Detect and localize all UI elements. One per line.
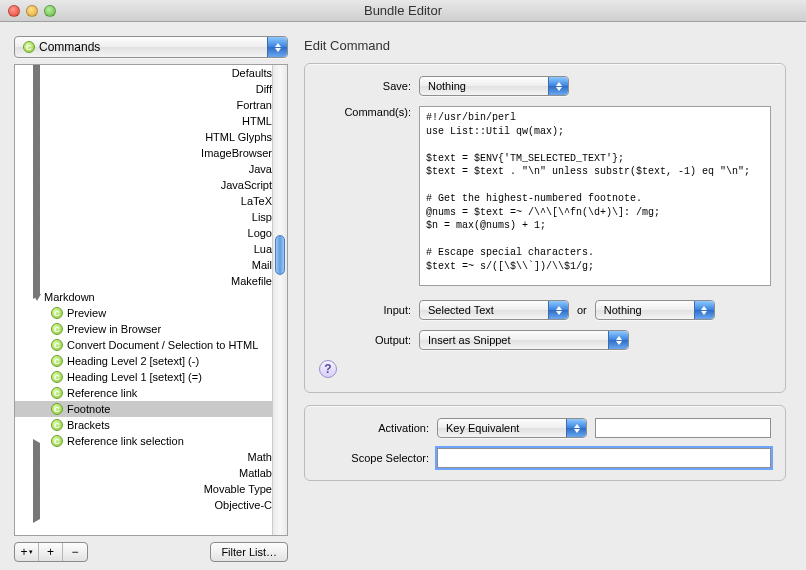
tree-item-label: Preview — [67, 307, 106, 319]
window-titlebar: Bundle Editor — [0, 0, 806, 22]
command-bead-icon: C — [51, 371, 63, 383]
or-label: or — [577, 304, 587, 316]
right-panel: Edit Command Save: Nothing Command(s): #… — [288, 22, 806, 570]
tree-item-label: Preview in Browser — [67, 323, 161, 335]
output-select[interactable]: Insert as Snippet — [419, 330, 629, 350]
command-bead-icon: C — [51, 323, 63, 335]
tree-item-label: Brackets — [67, 419, 110, 431]
tree-item[interactable]: CHeading Level 2 [setext] (-) — [15, 353, 272, 369]
command-bead-icon: C — [51, 419, 63, 431]
dropdown-arrows-icon — [267, 37, 287, 57]
command-bead-icon: C — [51, 387, 63, 399]
tree-folder-label: Lua — [254, 243, 272, 255]
input-fallback-select[interactable]: Nothing — [595, 300, 715, 320]
tree-item-label: Heading Level 2 [setext] (-) — [67, 355, 199, 367]
tree-item[interactable]: CReference link — [15, 385, 272, 401]
bundle-type-select-label: Commands — [39, 40, 100, 54]
tree-item-label: Convert Document / Selection to HTML — [67, 339, 258, 351]
tree-folder-label: Mail — [252, 259, 272, 271]
scope-selector-input[interactable] — [437, 448, 771, 468]
command-textarea[interactable]: #!/usr/bin/perl use List::Util qw(max); … — [419, 106, 771, 286]
tree-folder-label: HTML — [242, 115, 272, 127]
tree-folder-label: Makefile — [231, 275, 272, 287]
scrollbar-thumb[interactable] — [275, 235, 285, 275]
remove-button[interactable]: − — [63, 543, 87, 561]
add-menu-button[interactable]: +▾ — [15, 543, 39, 561]
add-remove-segment: +▾ + − — [14, 542, 88, 562]
dropdown-arrows-icon — [608, 331, 628, 349]
scope-selector-label: Scope Selector: — [319, 452, 429, 464]
output-label: Output: — [319, 334, 411, 346]
tree-folder-label: Java — [249, 163, 272, 175]
command-bead-icon: C — [51, 307, 63, 319]
activation-select[interactable]: Key Equivalent — [437, 418, 587, 438]
tree-folder-label: Math — [248, 451, 272, 463]
tree-folder[interactable]: Objective-C — [15, 497, 272, 513]
add-button[interactable]: + — [39, 543, 63, 561]
command-bead-icon: C — [23, 41, 35, 53]
tree-item[interactable]: CBrackets — [15, 417, 272, 433]
command-bead-icon: C — [51, 403, 63, 415]
filter-list-button[interactable]: Filter List… — [210, 542, 288, 562]
tree-folder-label: Diff — [256, 83, 272, 95]
tree-folder-label: HTML Glyphs — [205, 131, 272, 143]
command-bead-icon: C — [51, 355, 63, 367]
dropdown-arrows-icon — [566, 419, 586, 437]
tree-item[interactable]: CPreview in Browser — [15, 321, 272, 337]
edit-command-header: Edit Command — [304, 38, 786, 53]
tree-folder-label: Objective-C — [215, 499, 272, 511]
window-title: Bundle Editor — [0, 3, 806, 18]
save-label: Save: — [319, 80, 411, 92]
bundle-type-select[interactable]: C Commands — [14, 36, 288, 58]
tree-scrollbar[interactable] — [272, 65, 287, 535]
tree-item[interactable]: CPreview — [15, 305, 272, 321]
commands-label: Command(s): — [319, 106, 411, 118]
tree-folder-label: Logo — [248, 227, 272, 239]
tree-item[interactable]: CConvert Document / Selection to HTML — [15, 337, 272, 353]
activation-key-input[interactable] — [595, 418, 771, 438]
dropdown-arrows-icon — [548, 77, 568, 95]
tree-folder-label: Matlab — [239, 467, 272, 479]
input-select[interactable]: Selected Text — [419, 300, 569, 320]
tree-folder-label: Fortran — [237, 99, 272, 111]
disclosure-triangle-icon[interactable] — [33, 487, 212, 523]
tree-item-label: Reference link — [67, 387, 137, 399]
left-panel: C Commands DefaultsDiffFortranHTMLHTML G… — [0, 22, 288, 570]
save-select[interactable]: Nothing — [419, 76, 569, 96]
tree-item[interactable]: CFootnote — [15, 401, 272, 417]
activation-label: Activation: — [319, 422, 429, 434]
input-label: Input: — [319, 304, 411, 316]
tree-folder-label: Markdown — [44, 291, 95, 303]
dropdown-arrows-icon — [694, 301, 714, 319]
tree-scroll-area[interactable]: DefaultsDiffFortranHTMLHTML GlyphsImageB… — [15, 65, 272, 535]
help-button[interactable]: ? — [319, 360, 337, 378]
disclosure-triangle-icon[interactable] — [33, 294, 41, 301]
command-bead-icon: C — [51, 339, 63, 351]
tree-folder-label: Movable Type — [204, 483, 272, 495]
command-group: Save: Nothing Command(s): #!/usr/bin/per… — [304, 63, 786, 393]
activation-group: Activation: Key Equivalent Scope Selecto… — [304, 405, 786, 481]
tree-item-label: Heading Level 1 [setext] (=) — [67, 371, 202, 383]
dropdown-arrows-icon — [548, 301, 568, 319]
tree-folder-label: Lisp — [252, 211, 272, 223]
tree-folder[interactable]: Makefile — [15, 273, 272, 289]
bundle-tree: DefaultsDiffFortranHTMLHTML GlyphsImageB… — [14, 64, 288, 536]
tree-item[interactable]: CHeading Level 1 [setext] (=) — [15, 369, 272, 385]
tree-item-label: Footnote — [67, 403, 110, 415]
